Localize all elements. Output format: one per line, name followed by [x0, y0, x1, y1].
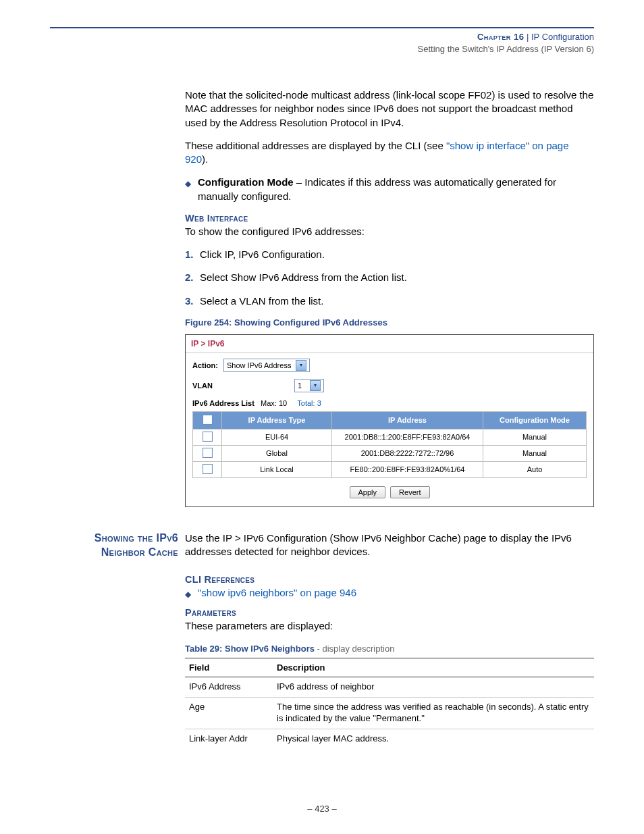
figure-caption: Figure 254: Showing Configured IPv6 Addr… — [185, 317, 594, 328]
cell-field: IPv6 Address — [185, 677, 273, 697]
step-number: 3. — [185, 294, 200, 308]
col-type: IP Address Type — [222, 411, 332, 429]
content-column: Note that the solicited-node multicast a… — [185, 88, 594, 507]
chapter-line: Chapter 16 | IP Configuration — [50, 31, 594, 43]
cell-type: EUI-64 — [222, 429, 332, 445]
step-number: 2. — [185, 271, 200, 284]
button-row: Apply Revert — [192, 486, 587, 498]
header-pipe: | — [524, 32, 531, 42]
screenshot-panel: IP > IPv6 Action: Show IPv6 Address ▾ VL… — [185, 334, 594, 507]
apply-button[interactable]: Apply — [350, 486, 386, 498]
row-checkbox[interactable] — [203, 432, 213, 442]
bullet-bold: Configuration Mode — [198, 176, 294, 188]
step-text: Click IP, IPv6 Configuration. — [200, 248, 325, 261]
intro-p2b: ). — [202, 153, 208, 165]
cell-desc: Physical layer MAC address. — [273, 729, 594, 748]
cell-mode: Auto — [483, 461, 587, 477]
list-summary: IPv6 Address List Max: 10 Total: 3 — [192, 399, 587, 407]
section-body: Use the IP > IPv6 Configuration (Show IP… — [185, 531, 594, 559]
col-field: Field — [185, 658, 273, 677]
cell-desc: IPv6 address of neighbor — [273, 677, 594, 697]
show-ipv6-neighbors-link[interactable]: "show ipv6 neighbors" on page 946 — [198, 586, 356, 600]
col-address: IP Address — [332, 411, 483, 429]
table-header-row: IP Address Type IP Address Configuration… — [193, 411, 587, 429]
diamond-bullet-icon: ◆ — [185, 178, 191, 189]
web-interface-heading: Web Interface — [185, 213, 594, 224]
cell-desc: The time since the address was verified … — [273, 697, 594, 729]
revert-button[interactable]: Revert — [390, 486, 429, 498]
cell-address: 2001:DB8::1:200:E8FF:FE93:82A0/64 — [332, 429, 483, 445]
bullet-text: Configuration Mode – Indicates if this a… — [198, 176, 594, 203]
cell-address: FE80::200:E8FF:FE93:82A0%1/64 — [332, 461, 483, 477]
table-caption-rest: - display description — [315, 644, 395, 654]
cli-references-heading: CLI References — [185, 574, 594, 585]
step-number: 1. — [185, 248, 200, 261]
table-row: Global 2001:DB8:2222:7272::72/96 Manual — [193, 445, 587, 461]
page: Chapter 16 | IP Configuration Setting th… — [0, 0, 644, 834]
side-heading-line2: Neighbor Cache — [50, 546, 178, 560]
row-checkbox[interactable] — [203, 448, 213, 458]
desc-row: Age The time since the address was verif… — [185, 697, 594, 729]
side-heading-line1: Showing the IPv6 — [50, 531, 178, 546]
desc-row: IPv6 Address IPv6 address of neighbor — [185, 677, 594, 697]
list-total: Total: 3 — [297, 399, 321, 407]
vlan-label: VLAN — [192, 382, 223, 390]
table-row: EUI-64 2001:DB8::1:200:E8FF:FE93:82A0/64… — [193, 429, 587, 445]
cell-address: 2001:DB8:2222:7272::72/96 — [332, 445, 483, 461]
parameters-heading: Parameters — [185, 607, 594, 618]
table-caption: Table 29: Show IPv6 Neighbors - display … — [185, 644, 594, 654]
header-rule — [50, 27, 594, 28]
chapter-label: Chapter 16 — [477, 32, 524, 42]
page-number: – 423 – — [0, 804, 644, 814]
page-header: Chapter 16 | IP Configuration Setting th… — [50, 31, 594, 55]
cell-mode: Manual — [483, 429, 587, 445]
row-checkbox[interactable] — [203, 464, 213, 474]
select-all-checkbox[interactable] — [203, 415, 213, 425]
cell-field: Link-layer Addr — [185, 729, 273, 748]
chevron-down-icon: ▾ — [296, 360, 306, 371]
list-label: IPv6 Address List — [192, 399, 254, 407]
desc-header-row: Field Description — [185, 658, 594, 677]
vlan-select-value: 1 — [298, 382, 307, 390]
step-3: 3. Select a VLAN from the list. — [185, 294, 594, 308]
table-row: Link Local FE80::200:E8FF:FE93:82A0%1/64… — [193, 461, 587, 477]
action-label: Action: — [192, 361, 223, 369]
web-lead: To show the configured IPv6 addresses: — [185, 225, 594, 238]
intro-paragraph-2: These additional addresses are displayed… — [185, 139, 594, 167]
vlan-row: VLAN 1 ▾ — [192, 379, 587, 392]
action-select-value: Show IPv6 Address — [227, 361, 293, 369]
desc-row: Link-layer Addr Physical layer MAC addre… — [185, 729, 594, 748]
chapter-title: IP Configuration — [531, 32, 594, 42]
cli-link-bullet: ◆ "show ipv6 neighbors" on page 946 — [185, 586, 594, 600]
step-text: Select Show IPv6 Address from the Action… — [200, 271, 407, 284]
parameters-lead: These parameters are displayed: — [185, 619, 594, 633]
neighbors-description-table: Field Description IPv6 Address IPv6 addr… — [185, 658, 594, 749]
list-max: Max: 10 — [257, 399, 287, 407]
vlan-select[interactable]: 1 ▾ — [294, 379, 324, 392]
neighbor-cache-section: Showing the IPv6 Neighbor Cache Use the … — [50, 531, 594, 560]
config-mode-bullet: ◆ Configuration Mode – Indicates if this… — [185, 176, 594, 203]
col-description: Description — [273, 658, 594, 677]
cell-mode: Manual — [483, 445, 587, 461]
screenshot-body: Action: Show IPv6 Address ▾ VLAN 1 ▾ IPv… — [186, 353, 593, 506]
cell-type: Global — [222, 445, 332, 461]
diamond-bullet-icon: ◆ — [185, 589, 191, 600]
header-subtitle: Setting the Switch's IP Address (IP Vers… — [50, 43, 594, 55]
step-2: 2. Select Show IPv6 Address from the Act… — [185, 271, 594, 284]
step-1: 1. Click IP, IPv6 Configuration. — [185, 248, 594, 261]
cell-field: Age — [185, 697, 273, 729]
action-row: Action: Show IPv6 Address ▾ — [192, 359, 587, 372]
intro-p2a: These additional addresses are displayed… — [185, 140, 446, 151]
chevron-down-icon: ▾ — [310, 380, 321, 391]
breadcrumb: IP > IPv6 — [186, 335, 593, 353]
ipv6-address-table: IP Address Type IP Address Configuration… — [192, 411, 587, 478]
step-text: Select a VLAN from the list. — [200, 294, 323, 308]
action-select[interactable]: Show IPv6 Address ▾ — [223, 359, 310, 372]
content-column-2: CLI References ◆ "show ipv6 neighbors" o… — [185, 574, 594, 748]
cell-type: Link Local — [222, 461, 332, 477]
table-caption-strong: Table 29: Show IPv6 Neighbors — [185, 644, 315, 654]
intro-paragraph-1: Note that the solicited-node multicast a… — [185, 88, 594, 130]
select-all-header — [193, 411, 222, 429]
col-mode: Configuration Mode — [483, 411, 587, 429]
section-side-heading: Showing the IPv6 Neighbor Cache — [50, 531, 185, 560]
